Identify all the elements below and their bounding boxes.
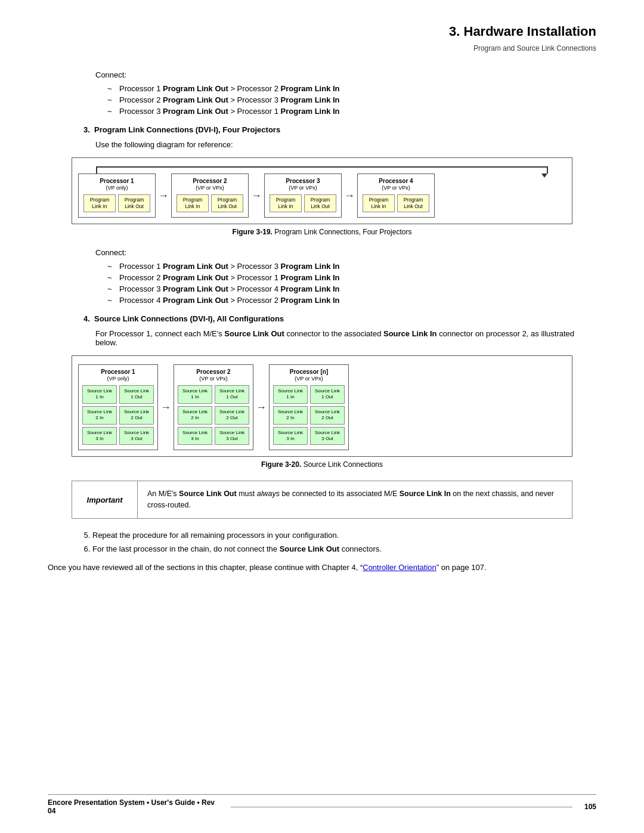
src-p1-3out: Source Link3 Out <box>119 427 154 445</box>
src-procn-title: Processor [n] <box>290 368 328 375</box>
processor-box-1: Processor 1 (VP only) ProgramLink In Pro… <box>78 174 156 218</box>
source-processors-row: Processor 1 (VP only) Source Link1 In So… <box>78 364 566 450</box>
bullet-item: Processor 2 Program Link Out > Processor… <box>107 273 596 282</box>
important-text: An M/E's Source Link Out must always be … <box>138 481 572 518</box>
section3-title: Program Link Connections (DVI-I), Four P… <box>94 125 280 134</box>
step-6: For the last processor in the chain, do … <box>92 544 596 553</box>
proc1-ports: ProgramLink In ProgramLink Out <box>83 194 150 212</box>
diagram-1: Processor 1 (VP only) ProgramLink In Pro… <box>72 157 572 224</box>
step-5-text: Repeat the procedure for all remaining p… <box>92 531 339 540</box>
src-p1-1in: Source Link1 In <box>82 385 117 404</box>
proc2-subtitle: (VP or VPx) <box>196 185 224 191</box>
processors-row-1: Processor 1 (VP only) ProgramLink In Pro… <box>78 174 566 218</box>
final-text: Once you have reviewed all of the sectio… <box>48 563 363 572</box>
src-proc2-subtitle: (VP or VPx) <box>199 376 227 382</box>
important-bold1: Source Link Out <box>179 490 237 498</box>
step-5: Repeat the procedure for all remaining p… <box>92 531 596 540</box>
src-pn-2out: Source Link2 Out <box>310 406 345 425</box>
src-proc1-subtitle: (VP only) <box>107 376 129 382</box>
page-subtitle: Program and Source Link Connections <box>48 44 596 52</box>
figure-19-text: Program Link Connections, Four Projector… <box>273 228 411 236</box>
bullet-item: Processor 3 Program Link Out > Processor… <box>107 284 596 293</box>
arrow-3-4: → <box>344 190 355 202</box>
proc2-link-out: ProgramLink Out <box>211 194 243 212</box>
proc3-link-in: ProgramLink In <box>270 194 302 212</box>
important-box: Important An M/E's Source Link Out must … <box>72 481 572 519</box>
src-proc1-ports: Source Link1 In Source Link1 Out Source … <box>82 385 154 445</box>
source-proc2: Processor 2 (VP or VPx) Source Link1 In … <box>174 364 253 450</box>
steps-list: Repeat the procedure for all remaining p… <box>92 531 596 553</box>
section4-title: Source Link Connections (DVI-I), All Con… <box>94 314 284 323</box>
section3-num: 3. <box>83 125 90 134</box>
footer: Encore Presentation System • User's Guid… <box>48 794 596 815</box>
proc4-link-out: ProgramLink Out <box>397 194 429 212</box>
source-proc1: Processor 1 (VP only) Source Link1 In So… <box>78 364 158 450</box>
src-proc2-title: Processor 2 <box>196 368 230 375</box>
src-p1-3in: Source Link3 In <box>82 427 117 445</box>
src-pn-2in: Source Link2 In <box>273 406 308 425</box>
step-6-bold: Source Link Out <box>280 544 339 553</box>
src-arrow-1: → <box>160 401 171 414</box>
page-title: 3. Hardware Installation <box>48 24 596 42</box>
src-proc1-title: Processor 1 <box>101 368 135 375</box>
src-proc2-ports: Source Link1 In Source Link1 Out Source … <box>178 385 249 445</box>
src-pn-3out: Source Link3 Out <box>310 427 345 445</box>
proc3-ports: ProgramLink In ProgramLink Out <box>270 194 336 212</box>
src-procn-ports: Source Link1 In Source Link1 Out Source … <box>273 385 345 445</box>
processor-box-4: Processor 4 (VP or VPx) ProgramLink In P… <box>357 174 435 218</box>
page: 3. Hardware Installation Program and Sou… <box>0 0 644 833</box>
proc4-ports: ProgramLink In ProgramLink Out <box>363 194 429 212</box>
src-p2-3out: Source Link3 Out <box>215 427 249 445</box>
src-pn-1out: Source Link1 Out <box>310 385 345 404</box>
use-following: Use the following diagram for reference: <box>95 140 596 149</box>
bullet-list-2: Processor 1 Program Link Out > Processor… <box>107 262 596 305</box>
bullet-item: Processor 3 Program Link Out > Processor… <box>107 107 596 116</box>
proc2-link-in: ProgramLink In <box>177 194 209 212</box>
figure-20-num: Figure 3-20. <box>261 460 301 469</box>
connect-label-2: Connect: <box>95 248 596 257</box>
proc1-subtitle: (VP only) <box>106 185 128 191</box>
src-arrow-2: → <box>256 401 267 414</box>
bullet-list-1: Processor 1 Program Link Out > Processor… <box>107 84 596 116</box>
important-label: Important <box>72 481 138 518</box>
figure-19-num: Figure 3-19. <box>233 228 273 236</box>
arrow-2-3: → <box>251 190 262 202</box>
source-intro-mid: connector to the associated <box>284 329 383 338</box>
proc3-link-out: ProgramLink Out <box>304 194 336 212</box>
figure-19-caption: Figure 3-19. Program Link Connections, F… <box>48 228 596 236</box>
section4-num: 4. <box>83 314 90 323</box>
step-6-end: connectors. <box>339 544 382 553</box>
proc3-subtitle: (VP or VPx) <box>289 185 317 191</box>
figure-20-caption: Figure 3-20. Source Link Connections <box>48 460 596 469</box>
proc3-title: Processor 3 <box>286 178 320 184</box>
important-bold2: Source Link In <box>400 490 451 498</box>
src-p2-3in: Source Link3 In <box>178 427 212 445</box>
bullet-item: Processor 2 Program Link Out > Processor… <box>107 95 596 104</box>
section4-heading: 4. Source Link Connections (DVI-I), All … <box>83 314 596 323</box>
src-pn-3in: Source Link3 In <box>273 427 308 445</box>
src-p2-1out: Source Link1 Out <box>215 385 249 404</box>
step-6-text: For the last processor in the chain, do … <box>92 544 280 553</box>
figure-20-text: Source Link Connections <box>301 460 383 469</box>
proc4-subtitle: (VP or VPx) <box>382 185 410 191</box>
controller-orientation-link[interactable]: Controller Orientation <box>363 563 436 572</box>
source-intro-bold2: Source Link In <box>383 329 437 338</box>
bullet-item: Processor 1 Program Link Out > Processor… <box>107 84 596 93</box>
proc2-title: Processor 2 <box>193 178 227 184</box>
src-pn-1in: Source Link1 In <box>273 385 308 404</box>
src-p1-2out: Source Link2 Out <box>119 406 154 425</box>
arrow-1-2: → <box>158 190 169 202</box>
src-p2-2out: Source Link2 Out <box>215 406 249 425</box>
section3-heading: 3. Program Link Connections (DVI-I), Fou… <box>83 125 596 134</box>
footer-left: Encore Presentation System • User's Guid… <box>48 798 219 815</box>
source-intro-para: For Processor 1, connect each M/E's Sour… <box>95 329 596 347</box>
src-p1-2in: Source Link2 In <box>82 406 117 425</box>
proc1-link-out: ProgramLink Out <box>118 194 150 212</box>
proc4-title: Processor 4 <box>379 178 413 184</box>
source-intro-bold1: Source Link Out <box>224 329 284 338</box>
proc4-link-in: ProgramLink In <box>363 194 395 212</box>
src-p2-1in: Source Link1 In <box>178 385 212 404</box>
proc1-link-in: ProgramLink In <box>83 194 116 212</box>
diagram-2: Processor 1 (VP only) Source Link1 In So… <box>72 355 572 457</box>
final-paragraph: Once you have reviewed all of the sectio… <box>48 562 596 574</box>
